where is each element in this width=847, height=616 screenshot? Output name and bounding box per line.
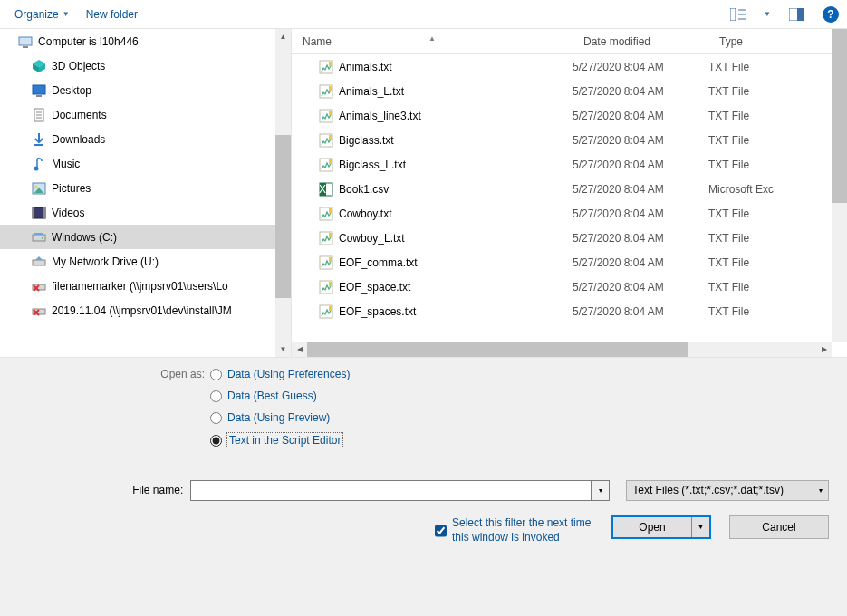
tree-item[interactable]: Downloads xyxy=(0,127,291,151)
open-as-radio[interactable] xyxy=(210,435,222,447)
tree-item[interactable]: My Network Drive (U:) xyxy=(0,249,291,274)
file-date: 5/27/2020 8:04 AM xyxy=(573,85,708,98)
vscroll-thumb[interactable] xyxy=(832,29,847,203)
open-as-option[interactable]: Data (Using Preview) xyxy=(210,410,350,425)
documents-icon xyxy=(32,108,46,122)
file-row[interactable]: Bigclass_L.txt5/27/2020 8:04 AMTXT File xyxy=(292,152,832,177)
svg-point-20 xyxy=(34,166,39,170)
file-name: Animals_L.txt xyxy=(339,85,404,98)
file-row[interactable]: EOF_spaces.txt5/27/2020 8:04 AMTXT File xyxy=(292,299,832,323)
svg-rect-26 xyxy=(43,207,45,218)
open-as-radio[interactable] xyxy=(210,390,222,402)
preview-pane-button[interactable] xyxy=(787,5,805,24)
chevron-down-icon: ▾ xyxy=(819,486,823,495)
desktop-icon xyxy=(32,83,46,98)
column-headers[interactable]: Name ▲ Date modified Type xyxy=(292,29,847,54)
music-icon xyxy=(32,157,46,171)
open-split-dropdown[interactable]: ▼ xyxy=(691,517,709,537)
tree-item[interactable]: Music xyxy=(0,151,291,176)
file-list[interactable]: Animals.txt5/27/2020 8:04 AMTXT FileAnim… xyxy=(292,54,832,342)
help-button[interactable]: ? xyxy=(822,5,840,24)
tree-item[interactable]: filenamemarker (\\jmpsrv01\users\Lo xyxy=(0,274,291,298)
scroll-left-icon[interactable]: ◀ xyxy=(292,342,307,357)
file-row[interactable]: Animals_L.txt5/27/2020 8:04 AMTXT File xyxy=(292,79,832,103)
tree-item-label: Documents xyxy=(52,109,107,121)
scroll-down-icon[interactable]: ▼ xyxy=(275,342,291,357)
file-icon xyxy=(319,109,333,123)
new-folder-button[interactable]: New folder xyxy=(86,8,138,21)
file-row[interactable]: Bigclass.txt5/27/2020 8:04 AMTXT File xyxy=(292,128,832,152)
organize-label: Organize xyxy=(14,8,59,21)
tree-item[interactable]: Documents xyxy=(0,102,291,127)
file-name: Book1.csv xyxy=(339,183,389,196)
scroll-right-icon[interactable]: ▶ xyxy=(816,342,832,357)
tree-item[interactable]: Desktop xyxy=(0,78,291,102)
file-name: Animals_line3.txt xyxy=(339,110,421,122)
nav-tree[interactable]: Computer is l10h4463D ObjectsDesktopDocu… xyxy=(0,29,292,357)
filename-dropdown-button[interactable]: ▾ xyxy=(592,480,610,501)
tree-item[interactable]: Videos xyxy=(0,200,291,225)
filename-input[interactable] xyxy=(190,480,592,501)
tree-item[interactable]: Windows (C:) xyxy=(0,225,291,249)
chevron-down-icon[interactable]: ▼ xyxy=(764,10,771,18)
col-header-type[interactable]: Type xyxy=(708,35,847,48)
new-folder-label: New folder xyxy=(86,8,138,21)
tree-scrollbar[interactable]: ▲ ▼ xyxy=(275,29,291,357)
file-row[interactable]: Animals.txt5/27/2020 8:04 AMTXT File xyxy=(292,54,832,79)
remember-filter-label: Select this filter the next time this wi… xyxy=(452,515,598,544)
svg-rect-27 xyxy=(33,235,45,241)
tree-item[interactable]: 2019.11.04 (\\jmpsrv01\dev\install\JM xyxy=(0,298,291,322)
file-type: TXT File xyxy=(708,281,832,294)
file-name: EOF_space.txt xyxy=(339,281,410,294)
file-row[interactable]: Animals_line3.txt5/27/2020 8:04 AMTXT Fi… xyxy=(292,103,832,128)
file-row[interactable]: Cowboy_L.txt5/27/2020 8:04 AMTXT File xyxy=(292,226,832,250)
tree-item[interactable]: Computer is l10h446 xyxy=(0,29,291,53)
list-vscrollbar[interactable] xyxy=(832,29,847,342)
col-header-date[interactable]: Date modified xyxy=(573,35,708,48)
file-icon xyxy=(319,231,333,245)
file-type: TXT File xyxy=(708,207,832,220)
tree-item-label: 3D Objects xyxy=(52,60,105,72)
svg-point-28 xyxy=(42,237,43,239)
file-row[interactable]: Cowboy.txt5/27/2020 8:04 AMTXT File xyxy=(292,201,832,226)
cancel-button[interactable]: Cancel xyxy=(729,515,829,539)
file-row[interactable]: XBook1.csv5/27/2020 8:04 AMMicrosoft Exc xyxy=(292,177,832,201)
open-as-option[interactable]: Data (Best Guess) xyxy=(210,389,350,403)
remember-filter-checkbox[interactable] xyxy=(435,517,447,544)
cancel-button-label: Cancel xyxy=(762,521,795,534)
netdrive-icon xyxy=(32,255,46,269)
file-icon: X xyxy=(319,182,333,197)
file-list-pane: Name ▲ Date modified Type Animals.txt5/2… xyxy=(292,29,847,357)
file-icon xyxy=(319,60,333,74)
scroll-thumb[interactable] xyxy=(275,135,291,298)
filetype-combo[interactable]: Text Files (*.txt;*.csv;*.dat;*.tsv) ▾ xyxy=(626,480,829,501)
svg-rect-51 xyxy=(329,208,332,213)
tree-item[interactable]: Pictures xyxy=(0,176,291,200)
open-as-option[interactable]: Data (Using Preferences) xyxy=(210,367,350,381)
tree-item-label: 2019.11.04 (\\jmpsrv01\dev\install\JM xyxy=(52,304,232,317)
svg-rect-30 xyxy=(33,260,45,265)
svg-rect-9 xyxy=(23,46,28,48)
svg-rect-24 xyxy=(33,207,45,218)
hscroll-thumb[interactable] xyxy=(307,342,688,357)
file-row[interactable]: EOF_space.txt5/27/2020 8:04 AMTXT File xyxy=(292,274,832,299)
open-as-options: Data (Using Preferences)Data (Best Guess… xyxy=(210,367,350,448)
svg-rect-55 xyxy=(329,257,332,262)
file-icon xyxy=(319,255,333,270)
open-as-radio[interactable] xyxy=(210,369,222,380)
file-date: 5/27/2020 8:04 AM xyxy=(573,159,708,171)
svg-text:X: X xyxy=(319,183,326,196)
file-row[interactable]: EOF_comma.txt5/27/2020 8:04 AMTXT File xyxy=(292,250,832,274)
col-header-name[interactable]: Name ▲ xyxy=(292,35,573,48)
open-as-option[interactable]: Text in the Script Editor xyxy=(210,433,350,448)
open-button[interactable]: Open ▼ xyxy=(611,515,711,539)
computer-icon xyxy=(18,34,33,49)
list-hscrollbar[interactable]: ◀ ▶ xyxy=(292,342,832,357)
scroll-up-icon[interactable]: ▲ xyxy=(275,29,291,44)
svg-rect-8 xyxy=(19,37,32,45)
view-options-button[interactable] xyxy=(729,5,747,24)
open-as-radio[interactable] xyxy=(210,412,222,424)
svg-rect-40 xyxy=(329,86,332,91)
organize-button[interactable]: Organize ▼ xyxy=(14,8,70,21)
tree-item[interactable]: 3D Objects xyxy=(0,53,291,78)
